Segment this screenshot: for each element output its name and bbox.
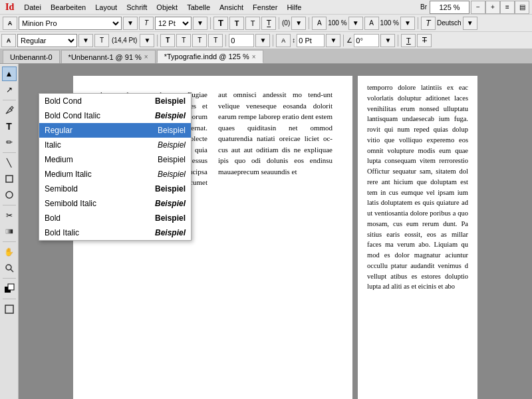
- underline-btn[interactable]: T: [401, 34, 416, 47]
- baseline-arrow[interactable]: ▼: [326, 34, 340, 47]
- tool-preview[interactable]: [2, 302, 17, 317]
- tool-hand[interactable]: ✋: [2, 245, 17, 259]
- tool-sep1: [3, 100, 16, 100]
- tab-label-1: *Unbenannt-1 @ 91 %: [68, 53, 142, 61]
- dropdown-item-semibolditalic[interactable]: Semibold Italic Beispiel: [39, 196, 191, 211]
- sep4: [418, 17, 418, 29]
- tab-close-2[interactable]: ×: [252, 53, 256, 61]
- menu-fenster[interactable]: Fenster: [248, 2, 282, 13]
- tool-direct-select[interactable]: ↗: [2, 82, 17, 97]
- menu-ansicht[interactable]: Ansicht: [215, 2, 248, 13]
- align-T2[interactable]: T: [176, 34, 191, 47]
- strikethrough-btn[interactable]: T̶: [417, 34, 432, 47]
- type-style-T2[interactable]: T: [229, 17, 244, 30]
- document-text-right: temporro dolore latintiis ex eac volorla…: [358, 76, 477, 399]
- view-options-btn[interactable]: ≡: [500, 1, 515, 14]
- arrange-btn[interactable]: ▤: [515, 1, 529, 14]
- menu-bearbeiten[interactable]: Bearbeiten: [46, 2, 90, 13]
- tool-gradient[interactable]: [2, 224, 17, 239]
- tool-rect[interactable]: [2, 172, 17, 186]
- main-area: ▲ ↗ T ✏ ╲ ✂ ✋: [0, 64, 532, 399]
- kern-input-arrow[interactable]: ▼: [255, 34, 270, 47]
- dropdown-item-example-5: Beispiel: [158, 170, 186, 179]
- content-area: 2 volore nulpa aut laccus. Fugiae optate…: [19, 64, 532, 399]
- tool-scissors[interactable]: ✂: [2, 208, 17, 223]
- svg-rect-6: [8, 284, 14, 290]
- tool-pen[interactable]: [2, 103, 17, 118]
- lang-label: Deutsch: [437, 19, 462, 27]
- tool-indicator[interactable]: A: [3, 17, 17, 30]
- zoom-out-btn[interactable]: −: [471, 1, 485, 14]
- dropdown-item-name-1: Bold Cond Italic: [45, 111, 100, 120]
- tool-sep4: [3, 241, 16, 242]
- toolbar-row1: A Minion Pro ▼ T 12 Pt ▼ T T T T̲ (0) ▼ …: [0, 15, 532, 32]
- dropdown-item-regular[interactable]: Regular Beispiel: [39, 123, 191, 138]
- dropdown-item-mediumitalic[interactable]: Medium Italic Beispiel: [39, 167, 191, 182]
- scale-A2: A: [364, 17, 379, 30]
- dropdown-item-example-7: Beispiel: [155, 199, 186, 208]
- tab-close-1[interactable]: ×: [144, 53, 148, 61]
- style-select[interactable]: Regular: [17, 34, 77, 47]
- dropdown-item-example-3: Beispiel: [158, 140, 186, 150]
- align-T1[interactable]: T: [160, 34, 175, 47]
- align-T3[interactable]: T: [192, 34, 207, 47]
- zoom-in-btn[interactable]: +: [485, 1, 500, 14]
- svg-rect-0: [6, 176, 13, 182]
- tool-select[interactable]: ▲: [2, 66, 17, 81]
- tool-line[interactable]: ╲: [2, 156, 17, 170]
- tab-typografie[interactable]: *Typografie.indd @ 125 % ×: [157, 50, 263, 63]
- dropdown-item-medium[interactable]: Medium Beispiel: [39, 152, 191, 167]
- font-size-arrow[interactable]: ▼: [193, 17, 207, 30]
- tool-fill[interactable]: [2, 281, 17, 296]
- menu-schrift[interactable]: Schrift: [122, 2, 152, 13]
- type-style-T3[interactable]: T: [245, 17, 260, 30]
- dropdown-item-boldconditalic[interactable]: Bold Cond Italic Beispiel: [39, 108, 191, 123]
- tool-ellipse[interactable]: [2, 188, 17, 202]
- font-size-select[interactable]: 12 Pt: [155, 17, 192, 30]
- style-arrow[interactable]: ▼: [78, 34, 93, 47]
- dropdown-item-bold[interactable]: Bold Beispiel: [39, 211, 191, 225]
- angle-icon: ∠: [346, 37, 352, 44]
- scale-pct1-arrow[interactable]: ▼: [348, 17, 363, 30]
- menu-tabelle[interactable]: Tabelle: [182, 2, 215, 13]
- font-name-arrow[interactable]: ▼: [123, 17, 138, 30]
- menu-objekt[interactable]: Objekt: [152, 2, 182, 13]
- font-name-select[interactable]: Minion Pro: [19, 17, 122, 30]
- lang-arrow[interactable]: ▼: [463, 17, 477, 30]
- align-T4[interactable]: T: [208, 34, 223, 47]
- tab-unbenannt0[interactable]: Unbenannt-0: [3, 50, 60, 63]
- tool-zoom[interactable]: [2, 261, 17, 275]
- position-arrow[interactable]: ▼: [140, 34, 154, 47]
- svg-rect-7: [5, 305, 13, 313]
- dropdown-item-boldcond[interactable]: Bold Cond Beispiel: [39, 94, 191, 108]
- dropdown-item-semibold[interactable]: Semibold Beispiel: [39, 182, 191, 196]
- angle-arrow[interactable]: ▼: [380, 34, 395, 47]
- toolbar-row2: A Regular ▼ T (14,4 Pt) ▼ T T T T ▼ A ↕ …: [0, 32, 532, 49]
- sep5: [157, 35, 158, 47]
- svg-line-4: [11, 269, 13, 272]
- sep1: [210, 17, 211, 29]
- dropdown-item-example-8: Beispiel: [155, 213, 186, 223]
- sep2: [279, 17, 279, 29]
- menu-hilfe[interactable]: Hilfe: [282, 2, 306, 13]
- tool-sep3: [3, 205, 16, 205]
- kern-arrow[interactable]: ▼: [291, 17, 306, 30]
- sep6: [225, 35, 226, 47]
- tool-indicator2[interactable]: A: [1, 34, 16, 47]
- tool-pencil[interactable]: ✏: [2, 135, 17, 150]
- type-style-T1[interactable]: T: [213, 17, 228, 30]
- svg-point-1: [6, 192, 13, 198]
- baseline-input[interactable]: [297, 34, 325, 47]
- tab-unbenannt1[interactable]: *Unbenannt-1 @ 91 % ×: [61, 50, 156, 63]
- menu-datei[interactable]: Datei: [19, 2, 46, 13]
- tool-sep5: [3, 278, 16, 279]
- italic-T[interactable]: T: [421, 17, 436, 30]
- kern-input[interactable]: [229, 34, 254, 47]
- scale-pct2-arrow[interactable]: ▼: [400, 17, 415, 30]
- dropdown-item-italic[interactable]: Italic Beispiel: [39, 138, 191, 152]
- menu-layout[interactable]: Layout: [90, 2, 122, 13]
- type-style-T4[interactable]: T̲: [261, 17, 276, 30]
- angle-input[interactable]: [354, 34, 379, 47]
- dropdown-item-bolditalic[interactable]: Bold Italic Beispiel: [39, 225, 191, 240]
- tool-text[interactable]: T: [2, 119, 17, 134]
